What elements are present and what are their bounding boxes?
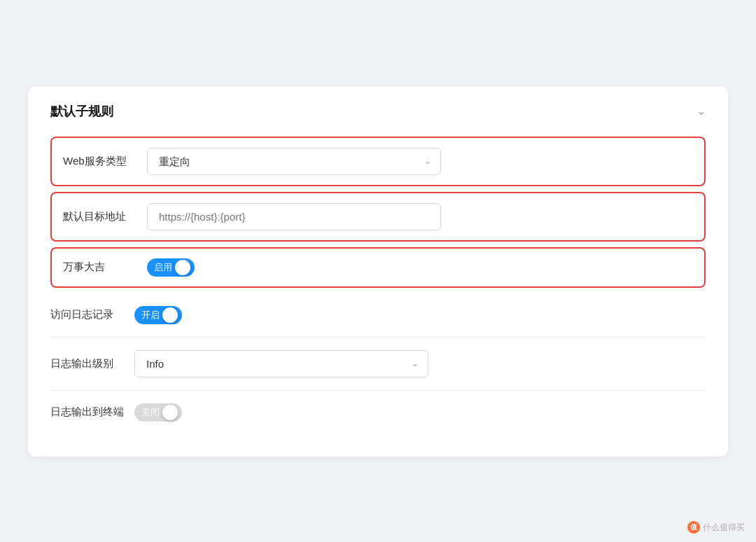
watermark: 值 什么值得买	[687, 521, 745, 534]
field-log-terminal: 日志输出到终端 关闭	[50, 391, 706, 434]
toggle-log-terminal[interactable]: 关闭	[134, 403, 182, 422]
select-web-service-type[interactable]: 重定向 反向代理 静态文件	[147, 148, 441, 175]
toggle-label-wan-shi-da-ji: 启用	[154, 261, 172, 274]
label-default-target: 默认目标地址	[63, 210, 147, 223]
label-web-service-type: Web服务类型	[63, 155, 147, 168]
field-default-target: 默认目标地址	[50, 192, 706, 242]
collapse-icon[interactable]: ⌄	[696, 104, 706, 118]
watermark-icon: 值	[687, 521, 700, 534]
field-access-log: 访问日志记录 开启	[50, 293, 706, 338]
control-log-level: Debug Info Warning Error ⌄	[134, 350, 706, 377]
toggle-label-log-terminal: 关闭	[141, 406, 160, 419]
input-default-target[interactable]	[147, 203, 441, 230]
control-web-service-type: 重定向 反向代理 静态文件 ⌄	[147, 148, 693, 175]
control-log-terminal: 关闭	[134, 403, 706, 422]
toggle-label-access-log: 开启	[141, 309, 160, 321]
control-access-log: 开启	[134, 306, 706, 324]
control-wan-shi-da-ji: 启用	[147, 258, 693, 277]
toggle-wan-shi-da-ji[interactable]: 启用	[147, 258, 195, 277]
field-web-service-type: Web服务类型 重定向 反向代理 静态文件 ⌄	[50, 137, 706, 186]
main-container: 默认子规则 ⌄ Web服务类型 重定向 反向代理 静态文件 ⌄ 默认目标地址	[28, 86, 728, 457]
form-content: Web服务类型 重定向 反向代理 静态文件 ⌄ 默认目标地址 万事	[50, 137, 706, 434]
watermark-text: 什么值得买	[703, 522, 745, 534]
label-wan-shi-da-ji: 万事大吉	[63, 260, 147, 274]
select-log-level[interactable]: Debug Info Warning Error	[134, 350, 428, 377]
toggle-knob-access-log	[162, 307, 178, 323]
label-log-terminal: 日志输出到终端	[50, 405, 134, 419]
field-wan-shi-da-ji: 万事大吉 启用	[50, 247, 706, 288]
section-title: 默认子规则	[50, 103, 113, 120]
control-default-target	[147, 203, 693, 230]
toggle-knob-wan-shi-da-ji	[175, 260, 190, 275]
select-wrapper-web-service-type: 重定向 反向代理 静态文件 ⌄	[147, 148, 441, 175]
section-header: 默认子规则 ⌄	[50, 103, 706, 120]
select-wrapper-log-level: Debug Info Warning Error ⌄	[134, 350, 428, 377]
toggle-access-log[interactable]: 开启	[134, 306, 182, 324]
toggle-knob-log-terminal	[162, 405, 178, 420]
field-log-level: 日志输出级别 Debug Info Warning Error ⌄	[50, 338, 706, 391]
label-log-level: 日志输出级别	[50, 357, 134, 370]
label-access-log: 访问日志记录	[50, 308, 134, 321]
